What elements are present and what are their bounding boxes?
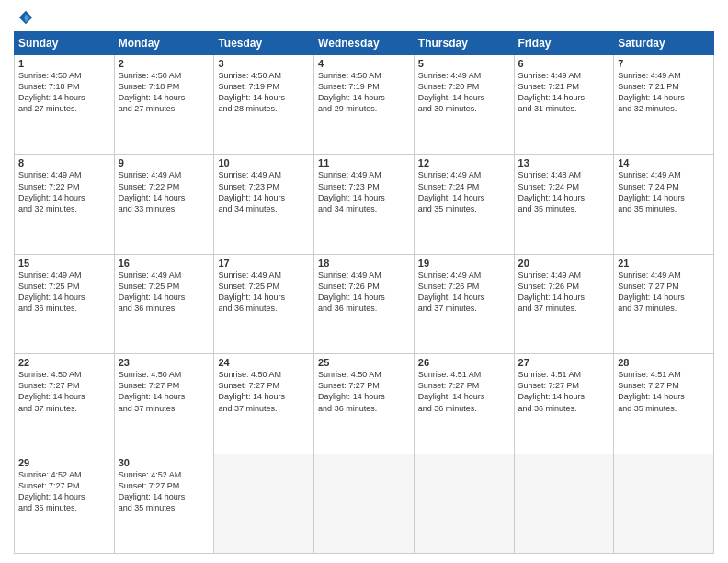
calendar-day-cell: 14 Sunrise: 4:49 AMSunset: 7:24 PMDaylig…	[614, 155, 714, 254]
day-number: 28	[618, 357, 710, 368]
calendar-header-saturday: Saturday	[614, 32, 714, 55]
day-info: Sunrise: 4:49 AMSunset: 7:23 PMDaylight:…	[318, 169, 410, 214]
day-number: 4	[318, 58, 410, 69]
day-info: Sunrise: 4:49 AMSunset: 7:22 PMDaylight:…	[119, 169, 210, 214]
calendar-day-cell: 11 Sunrise: 4:49 AMSunset: 7:23 PMDaylig…	[314, 155, 415, 254]
day-info: Sunrise: 4:50 AMSunset: 7:19 PMDaylight:…	[318, 70, 410, 115]
calendar-day-cell: 15 Sunrise: 4:49 AMSunset: 7:25 PMDaylig…	[15, 254, 115, 353]
day-number: 9	[119, 157, 210, 168]
day-number: 3	[218, 58, 310, 69]
calendar-day-cell: 1 Sunrise: 4:50 AMSunset: 7:18 PMDayligh…	[15, 55, 115, 155]
calendar-day-cell: 21 Sunrise: 4:49 AMSunset: 7:27 PMDaylig…	[614, 254, 714, 353]
day-info: Sunrise: 4:49 AMSunset: 7:20 PMDaylight:…	[418, 70, 510, 115]
day-number: 11	[318, 157, 410, 168]
day-info: Sunrise: 4:51 AMSunset: 7:27 PMDaylight:…	[418, 369, 510, 414]
day-number: 8	[18, 157, 110, 168]
calendar-day-cell: 13 Sunrise: 4:48 AMSunset: 7:24 PMDaylig…	[514, 155, 614, 254]
day-info: Sunrise: 4:48 AMSunset: 7:24 PMDaylight:…	[518, 169, 610, 214]
calendar-day-cell	[214, 454, 314, 553]
day-number: 24	[218, 357, 310, 368]
day-number: 20	[518, 258, 610, 269]
calendar-day-cell: 26 Sunrise: 4:51 AMSunset: 7:27 PMDaylig…	[414, 354, 514, 454]
day-info: Sunrise: 4:50 AMSunset: 7:18 PMDaylight:…	[18, 70, 110, 115]
day-number: 2	[119, 58, 210, 69]
calendar-day-cell: 2 Sunrise: 4:50 AMSunset: 7:18 PMDayligh…	[114, 55, 214, 155]
day-number: 19	[418, 258, 510, 269]
day-number: 10	[218, 157, 310, 168]
day-number: 12	[418, 157, 510, 168]
day-info: Sunrise: 4:50 AMSunset: 7:27 PMDaylight:…	[119, 369, 210, 414]
day-number: 27	[518, 357, 610, 368]
calendar-header-tuesday: Tuesday	[214, 32, 314, 55]
calendar-week-row: 15 Sunrise: 4:49 AMSunset: 7:25 PMDaylig…	[15, 254, 714, 353]
day-number: 29	[18, 457, 110, 468]
calendar-header-row: SundayMondayTuesdayWednesdayThursdayFrid…	[15, 32, 714, 55]
calendar-week-row: 29 Sunrise: 4:52 AMSunset: 7:27 PMDaylig…	[15, 454, 714, 553]
calendar-header-thursday: Thursday	[414, 32, 514, 55]
calendar-day-cell: 7 Sunrise: 4:49 AMSunset: 7:21 PMDayligh…	[614, 55, 714, 155]
day-number: 30	[119, 457, 210, 468]
calendar-week-row: 8 Sunrise: 4:49 AMSunset: 7:22 PMDayligh…	[15, 155, 714, 254]
day-info: Sunrise: 4:49 AMSunset: 7:27 PMDaylight:…	[618, 270, 710, 315]
day-info: Sunrise: 4:52 AMSunset: 7:27 PMDaylight:…	[119, 469, 210, 514]
calendar-day-cell: 25 Sunrise: 4:50 AMSunset: 7:27 PMDaylig…	[314, 354, 415, 454]
day-number: 1	[18, 58, 110, 69]
calendar-week-row: 1 Sunrise: 4:50 AMSunset: 7:18 PMDayligh…	[15, 55, 714, 155]
calendar-day-cell	[414, 454, 514, 553]
day-number: 14	[618, 157, 710, 168]
day-number: 13	[518, 157, 610, 168]
calendar-day-cell: 12 Sunrise: 4:49 AMSunset: 7:24 PMDaylig…	[414, 155, 514, 254]
day-number: 18	[318, 258, 410, 269]
calendar-day-cell: 24 Sunrise: 4:50 AMSunset: 7:27 PMDaylig…	[214, 354, 314, 454]
day-info: Sunrise: 4:49 AMSunset: 7:21 PMDaylight:…	[618, 70, 710, 115]
day-info: Sunrise: 4:51 AMSunset: 7:27 PMDaylight:…	[518, 369, 610, 414]
calendar-day-cell: 28 Sunrise: 4:51 AMSunset: 7:27 PMDaylig…	[614, 354, 714, 454]
day-number: 21	[618, 258, 710, 269]
calendar-table: SundayMondayTuesdayWednesdayThursdayFrid…	[14, 31, 714, 554]
day-number: 7	[618, 58, 710, 69]
day-number: 16	[119, 258, 210, 269]
calendar-day-cell: 17 Sunrise: 4:49 AMSunset: 7:25 PMDaylig…	[214, 254, 314, 353]
day-number: 5	[418, 58, 510, 69]
page: SundayMondayTuesdayWednesdayThursdayFrid…	[0, 0, 728, 563]
calendar-header-monday: Monday	[114, 32, 214, 55]
calendar-day-cell: 4 Sunrise: 4:50 AMSunset: 7:19 PMDayligh…	[314, 55, 415, 155]
day-info: Sunrise: 4:50 AMSunset: 7:27 PMDaylight:…	[18, 369, 110, 414]
calendar-day-cell: 19 Sunrise: 4:49 AMSunset: 7:26 PMDaylig…	[414, 254, 514, 353]
day-number: 22	[18, 357, 110, 368]
calendar-day-cell: 20 Sunrise: 4:49 AMSunset: 7:26 PMDaylig…	[514, 254, 614, 353]
calendar-day-cell: 3 Sunrise: 4:50 AMSunset: 7:19 PMDayligh…	[214, 55, 314, 155]
day-info: Sunrise: 4:50 AMSunset: 7:19 PMDaylight:…	[218, 70, 310, 115]
calendar-day-cell: 16 Sunrise: 4:49 AMSunset: 7:25 PMDaylig…	[114, 254, 214, 353]
calendar-day-cell	[514, 454, 614, 553]
day-number: 6	[518, 58, 610, 69]
logo-icon	[17, 9, 34, 26]
day-info: Sunrise: 4:49 AMSunset: 7:23 PMDaylight:…	[218, 169, 310, 214]
day-info: Sunrise: 4:49 AMSunset: 7:25 PMDaylight:…	[119, 270, 210, 315]
day-number: 17	[218, 258, 310, 269]
day-info: Sunrise: 4:49 AMSunset: 7:24 PMDaylight:…	[618, 169, 710, 214]
day-info: Sunrise: 4:49 AMSunset: 7:25 PMDaylight:…	[18, 270, 110, 315]
calendar-day-cell: 6 Sunrise: 4:49 AMSunset: 7:21 PMDayligh…	[514, 55, 614, 155]
calendar-week-row: 22 Sunrise: 4:50 AMSunset: 7:27 PMDaylig…	[15, 354, 714, 454]
calendar-header-wednesday: Wednesday	[314, 32, 415, 55]
calendar-day-cell: 9 Sunrise: 4:49 AMSunset: 7:22 PMDayligh…	[114, 155, 214, 254]
day-number: 25	[318, 357, 410, 368]
calendar-day-cell: 18 Sunrise: 4:49 AMSunset: 7:26 PMDaylig…	[314, 254, 415, 353]
calendar-header-sunday: Sunday	[15, 32, 115, 55]
calendar-day-cell: 30 Sunrise: 4:52 AMSunset: 7:27 PMDaylig…	[114, 454, 214, 553]
day-info: Sunrise: 4:49 AMSunset: 7:26 PMDaylight:…	[418, 270, 510, 315]
day-info: Sunrise: 4:49 AMSunset: 7:26 PMDaylight:…	[318, 270, 410, 315]
calendar-day-cell	[614, 454, 714, 553]
day-info: Sunrise: 4:52 AMSunset: 7:27 PMDaylight:…	[18, 469, 110, 514]
logo	[14, 9, 34, 26]
day-info: Sunrise: 4:49 AMSunset: 7:26 PMDaylight:…	[518, 270, 610, 315]
day-info: Sunrise: 4:49 AMSunset: 7:21 PMDaylight:…	[518, 70, 610, 115]
day-info: Sunrise: 4:49 AMSunset: 7:25 PMDaylight:…	[218, 270, 310, 315]
day-number: 23	[119, 357, 210, 368]
day-info: Sunrise: 4:50 AMSunset: 7:18 PMDaylight:…	[119, 70, 210, 115]
calendar-header-friday: Friday	[514, 32, 614, 55]
calendar-day-cell: 5 Sunrise: 4:49 AMSunset: 7:20 PMDayligh…	[414, 55, 514, 155]
header	[14, 9, 714, 26]
day-info: Sunrise: 4:50 AMSunset: 7:27 PMDaylight:…	[218, 369, 310, 414]
